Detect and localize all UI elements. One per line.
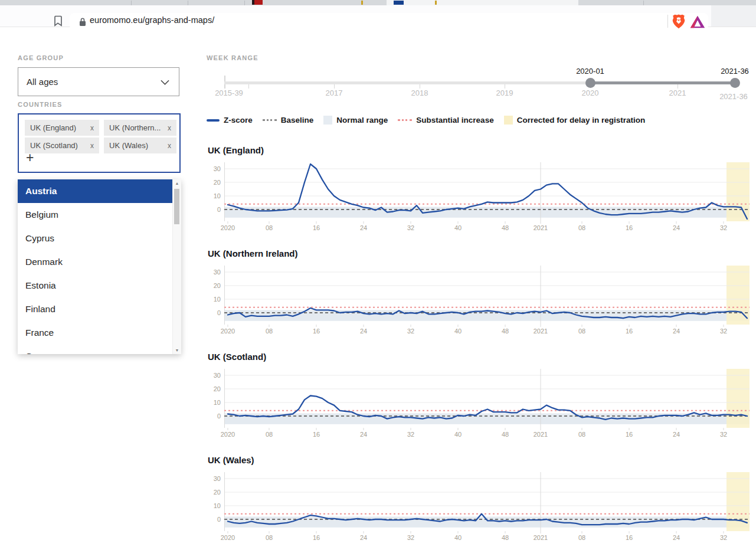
browser-tab-strip[interactable]: [0, 0, 756, 5]
week-range-selected-track[interactable]: [590, 81, 735, 84]
year-tick: [505, 84, 505, 89]
substantial-increase-swatch: [398, 119, 412, 121]
chip-remove-icon[interactable]: x: [168, 142, 171, 150]
url-text[interactable]: euromomo.eu/graphs-and-maps/: [90, 15, 214, 25]
svg-text:0: 0: [217, 516, 221, 523]
lock-icon[interactable]: [79, 17, 86, 27]
chip-label: UK (Northern...: [109, 123, 161, 132]
svg-text:32: 32: [407, 534, 414, 541]
svg-text:10: 10: [214, 502, 221, 509]
delay-correction-swatch: [504, 116, 513, 125]
zscore-chart-uk-england: 01020302020081624324048202108162432: [207, 157, 755, 233]
zscore-chart-uk-scotland: 01020302020081624324048202108162432: [207, 364, 755, 439]
svg-text:10: 10: [214, 399, 221, 406]
svg-text:16: 16: [626, 328, 633, 335]
svg-text:2021: 2021: [534, 328, 548, 335]
svg-text:40: 40: [454, 431, 462, 438]
svg-text:24: 24: [360, 534, 367, 541]
slider-tick-label: 2017: [307, 89, 361, 97]
week-range-end-handle[interactable]: [730, 78, 740, 88]
svg-text:32: 32: [720, 534, 727, 541]
dropdown-scrollbar[interactable]: ▲ ▼: [172, 179, 181, 354]
svg-text:24: 24: [673, 224, 680, 231]
svg-text:2020: 2020: [221, 431, 235, 438]
toolbar-divider: [667, 15, 668, 28]
dropdown-item-germany[interactable]: Germany: [18, 345, 173, 354]
legend-item-substantial-increase: Substantial increase: [398, 116, 493, 125]
week-range-start-handle[interactable]: [585, 78, 595, 88]
zscore-chart-uk-wales: 01020302020081624324048202108162432: [207, 467, 755, 542]
chart-title-uk-wales: UK (Wales): [208, 455, 254, 465]
dropdown-item-denmark[interactable]: Denmark: [18, 250, 173, 274]
svg-text:48: 48: [502, 224, 509, 231]
svg-text:30: 30: [214, 165, 221, 172]
chart-legend: Z-score Baseline Normal range Substantia…: [207, 116, 756, 125]
active-tab[interactable]: [387, 0, 578, 5]
legend-label: Corrected for delay in registration: [517, 116, 646, 125]
legend-label: Substantial increase: [416, 116, 493, 125]
scroll-down-icon[interactable]: ▼: [173, 348, 181, 352]
country-chip-uk-scotland[interactable]: UK (Scotland) x: [25, 138, 99, 153]
dropdown-item-estonia[interactable]: Estonia: [18, 274, 173, 297]
slider-tick-label: 2020: [564, 89, 617, 97]
dropdown-item-belgium[interactable]: Belgium: [18, 203, 173, 227]
chip-label: UK (England): [30, 123, 76, 132]
dropdown-item-finland[interactable]: Finland: [18, 297, 173, 321]
svg-text:08: 08: [578, 534, 585, 541]
svg-text:08: 08: [266, 534, 273, 541]
age-group-select[interactable]: All ages: [18, 67, 179, 96]
svg-text:08: 08: [578, 431, 585, 438]
svg-text:40: 40: [454, 328, 462, 335]
svg-text:32: 32: [720, 431, 727, 438]
svg-text:24: 24: [360, 431, 367, 438]
chart-title-uk-england: UK (England): [208, 145, 264, 155]
chip-remove-icon[interactable]: x: [90, 124, 94, 132]
bat-triangle-icon[interactable]: [690, 15, 705, 28]
svg-text:24: 24: [360, 328, 367, 335]
zscore-line-swatch: [207, 119, 220, 122]
scrollbar-thumb[interactable]: [174, 189, 179, 224]
dropdown-item-france[interactable]: France: [18, 321, 173, 345]
slider-tick-label: 2021: [651, 89, 704, 97]
legend-label: Normal range: [336, 116, 388, 125]
country-chip-uk-wales[interactable]: UK (Wales) x: [104, 138, 176, 153]
svg-text:20: 20: [214, 385, 221, 392]
country-chip-uk-northern-ireland[interactable]: UK (Northern... x: [104, 120, 176, 136]
svg-text:08: 08: [578, 328, 585, 335]
svg-text:32: 32: [407, 224, 414, 231]
svg-text:40: 40: [454, 534, 462, 541]
year-tick: [678, 84, 678, 89]
legend-label: Baseline: [281, 116, 314, 125]
brave-shield-icon[interactable]: [672, 14, 685, 29]
chip-remove-icon[interactable]: x: [90, 142, 94, 150]
selected-start-label: 2020-01: [561, 67, 620, 76]
svg-text:16: 16: [313, 328, 320, 335]
svg-text:10: 10: [214, 296, 221, 303]
bookmark-icon[interactable]: [54, 15, 62, 27]
slider-tick-label: 2021-36: [707, 92, 756, 101]
dropdown-item-austria[interactable]: Austria: [18, 179, 173, 203]
tab-separator: [188, 1, 188, 5]
browser-toolbar: euromomo.eu/graphs-and-maps/: [0, 5, 756, 27]
svg-text:40: 40: [454, 224, 462, 231]
zscore-chart-uk-northern-ireland: 01020302020081624324048202108162432: [207, 260, 755, 336]
country-chip-uk-england[interactable]: UK (England) x: [25, 120, 99, 136]
svg-text:0: 0: [217, 413, 221, 420]
chevron-down-icon: [161, 80, 169, 85]
slider-tick-label: 2019: [478, 89, 531, 97]
add-country-button[interactable]: +: [26, 151, 34, 165]
countries-multiselect[interactable]: UK (England) x UK (Northern... x UK (Sco…: [18, 113, 181, 173]
country-dropdown-list[interactable]: Austria Belgium Cyprus Denmark Estonia F…: [18, 179, 181, 354]
svg-text:24: 24: [673, 534, 680, 541]
svg-text:30: 30: [214, 475, 221, 482]
tab-favicon-amber-icon: [361, 1, 363, 5]
dropdown-item-cyprus[interactable]: Cyprus: [18, 227, 173, 250]
chip-remove-icon[interactable]: x: [168, 124, 171, 132]
svg-text:24: 24: [360, 224, 367, 231]
year-tick: [334, 84, 335, 89]
tab-favicon-euromomo-icon: [394, 1, 404, 5]
svg-text:20: 20: [214, 489, 221, 496]
svg-text:30: 30: [214, 372, 221, 379]
svg-text:20: 20: [214, 179, 221, 186]
scroll-up-icon[interactable]: ▲: [173, 181, 181, 185]
